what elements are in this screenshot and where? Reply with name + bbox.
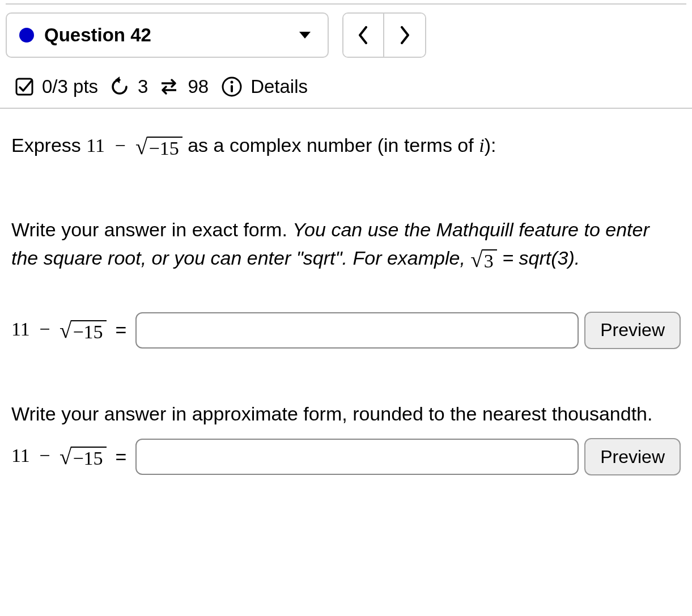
score-text: 0/3 pts [42,76,98,97]
prompt-a: 11 [86,135,105,156]
answer-exact-input[interactable] [135,312,579,349]
a1-sqrt-inner: −15 [71,320,106,342]
prompt-prefix: Express [11,134,86,156]
equals-sign: = [116,446,127,468]
approx-instructions: Write your answer in approximate form, r… [11,400,681,428]
header-row: Question 42 [0,5,692,63]
a2-a: 11 [11,445,30,466]
example-sqrt-inner: 3 [482,249,497,271]
next-question-button[interactable] [384,14,425,57]
retry-icon [109,77,130,97]
prompt-suffix: as a complex number (in terms of [188,134,479,156]
question-prompt: Express 11 − √ −15 as a complex number (… [11,131,681,159]
sqrt-icon: √ [60,320,71,340]
answer2-expression: 11 − √ −15 [11,445,107,469]
retries-count: 3 [138,76,148,97]
a2-sqrt-inner: −15 [71,447,106,469]
prompt-suffix2: ): [485,134,496,156]
a2-sqrt: √ −15 [60,447,107,469]
answer-row-exact: 11 − √ −15 = Preview [11,312,681,349]
a2-op: − [35,445,54,466]
question-content: Express 11 − √ −15 as a complex number (… [0,109,692,481]
equals-sign: = [116,319,127,341]
sqrt-icon: √ [135,137,147,156]
preview-exact-button[interactable]: Preview [584,312,681,349]
svg-point-2 [231,81,234,84]
info-icon [221,76,243,97]
caret-down-icon [299,32,311,39]
answer-approx-input[interactable] [135,439,579,475]
status-dot-icon [19,28,34,43]
prev-question-button[interactable] [343,14,384,57]
a1-a: 11 [11,318,30,339]
instructions-block: Write your answer in exact form. You can… [11,216,681,272]
sqrt-icon: √ [470,249,482,269]
preview-approx-button[interactable]: Preview [584,438,681,475]
checkbox-icon [15,77,34,96]
chevron-left-icon [358,26,369,44]
instr-line1: Write your answer in exact form. [11,219,292,240]
sqrt-inner: −15 [147,137,182,159]
question-nav [342,12,426,58]
answer-row-approx: 11 − √ −15 = Preview [11,438,681,475]
i-variable: i [479,135,484,156]
meta-row: 0/3 pts 3 98 Details [0,63,692,109]
a1-sqrt: √ −15 [60,320,107,342]
example-sqrt: √3 [470,249,496,271]
instr-italic-tail: = sqrt(3). [497,247,580,269]
answer1-expression: 11 − √ −15 [11,318,107,342]
svg-rect-3 [231,85,233,92]
question-selector[interactable]: Question 42 [6,12,329,58]
sqrt-expression: √ −15 [135,137,182,159]
reattempt-icon [158,77,180,97]
attempts-left: 98 [188,76,209,97]
chevron-right-icon [399,26,410,44]
details-link[interactable]: Details [251,76,308,97]
a1-op: − [35,318,54,339]
sqrt-icon: √ [60,447,71,466]
prompt-op: − [110,135,130,156]
question-label: Question 42 [44,24,289,46]
